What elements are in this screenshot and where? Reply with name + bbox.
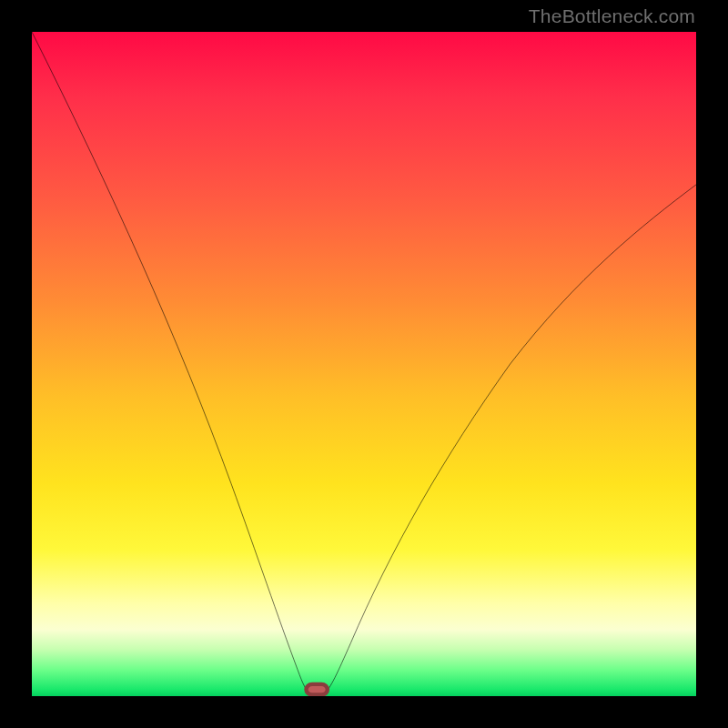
plot-area bbox=[32, 32, 696, 696]
curve-layer bbox=[32, 32, 696, 696]
watermark-text: TheBottleneck.com bbox=[529, 5, 695, 27]
optimal-marker bbox=[306, 684, 327, 695]
chart-frame: TheBottleneck.com bbox=[0, 0, 728, 728]
bottleneck-curve bbox=[32, 32, 696, 693]
